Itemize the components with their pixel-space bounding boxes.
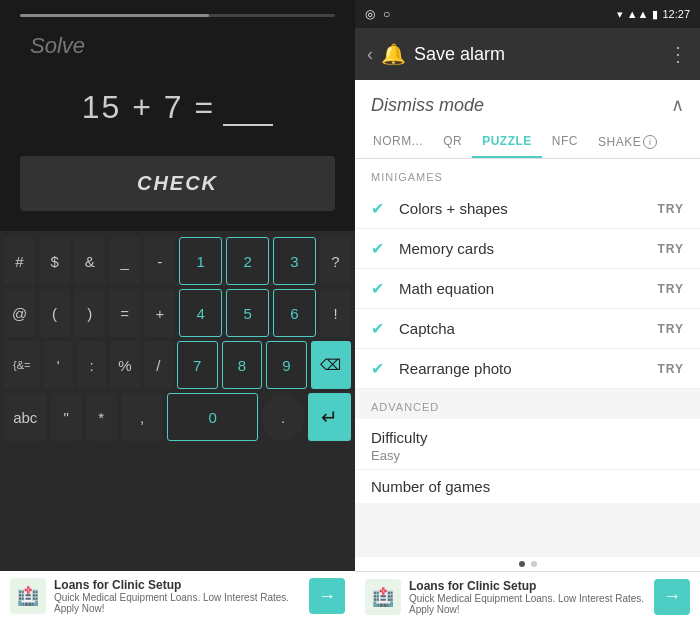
key-at[interactable]: @ bbox=[4, 289, 35, 337]
tab-nfc[interactable]: NFC bbox=[542, 126, 588, 158]
minigame-name-math: Math equation bbox=[399, 280, 657, 297]
minigame-row-rearrange: ✔ Rearrange photo TRY bbox=[355, 349, 700, 389]
key-enter[interactable]: ↵ bbox=[308, 393, 351, 441]
key-8[interactable]: 8 bbox=[222, 341, 263, 389]
key-5[interactable]: 5 bbox=[226, 289, 269, 337]
key-slash[interactable]: / bbox=[144, 341, 173, 389]
key-dot[interactable]: . bbox=[262, 393, 305, 441]
dot-2 bbox=[531, 561, 537, 567]
equation-text: 15 + 7 = bbox=[82, 89, 215, 126]
key-0[interactable]: 0 bbox=[167, 393, 257, 441]
time-display: 12:27 bbox=[662, 8, 690, 20]
key-amp[interactable]: & bbox=[74, 237, 105, 285]
key-3[interactable]: 3 bbox=[273, 237, 316, 285]
key-backspace[interactable]: ⌫ bbox=[311, 341, 351, 389]
right-panel: ◎ ○ ▾ ▲▲ ▮ 12:27 ‹ 🔔 Save alarm ⋮ Dismis… bbox=[355, 0, 700, 621]
key-7[interactable]: 7 bbox=[177, 341, 218, 389]
dismiss-section: Dismiss mode ∧ NORM... QR PUZZLE NFC SHA… bbox=[355, 80, 700, 389]
key-dollar[interactable]: $ bbox=[39, 237, 70, 285]
equation-input bbox=[223, 90, 273, 126]
dismiss-header: Dismiss mode ∧ bbox=[355, 80, 700, 126]
bell-icon: 🔔 bbox=[381, 42, 406, 66]
dismiss-title: Dismiss mode bbox=[371, 95, 484, 116]
check-icon-memory: ✔ bbox=[371, 239, 389, 258]
key-apostrophe[interactable]: ' bbox=[44, 341, 73, 389]
more-icon[interactable]: ⋮ bbox=[668, 42, 688, 66]
try-button-rearrange[interactable]: TRY bbox=[657, 362, 684, 376]
dot-1 bbox=[519, 561, 525, 567]
difficulty-row[interactable]: Difficulty Easy bbox=[355, 419, 700, 469]
key-bracket[interactable]: {&= bbox=[4, 341, 40, 389]
try-button-captcha[interactable]: TRY bbox=[657, 322, 684, 336]
status-bar: ◎ ○ ▾ ▲▲ ▮ 12:27 bbox=[355, 0, 700, 28]
ad-bar-right[interactable]: 🏥 Loans for Clinic Setup Quick Medical E… bbox=[355, 571, 700, 621]
check-icon-rearrange: ✔ bbox=[371, 359, 389, 378]
ad-title-left: Loans for Clinic Setup bbox=[54, 578, 301, 592]
key-quote[interactable]: " bbox=[51, 393, 82, 441]
key-rparen[interactable]: ) bbox=[74, 289, 105, 337]
key-4[interactable]: 4 bbox=[179, 289, 222, 337]
ad-bar-left[interactable]: 🏥 Loans for Clinic Setup Quick Medical E… bbox=[0, 571, 355, 621]
key-percent[interactable]: % bbox=[110, 341, 139, 389]
key-underscore[interactable]: _ bbox=[109, 237, 140, 285]
solve-label: Solve bbox=[0, 23, 355, 79]
ad-icon-right: 🏥 bbox=[365, 579, 401, 615]
num-games-title: Number of games bbox=[371, 478, 684, 495]
key-equals[interactable]: = bbox=[109, 289, 140, 337]
key-1[interactable]: 1 bbox=[179, 237, 222, 285]
key-2[interactable]: 2 bbox=[226, 237, 269, 285]
key-comma[interactable]: , bbox=[121, 393, 164, 441]
collapse-icon[interactable]: ∧ bbox=[671, 94, 684, 116]
check-button[interactable]: CHECK bbox=[20, 156, 335, 211]
minigame-name-memory: Memory cards bbox=[399, 240, 657, 257]
progress-bar-fill bbox=[20, 14, 209, 17]
ad-subtitle-right: Quick Medical Equipment Loans. Low Inter… bbox=[409, 593, 646, 615]
check-icon-captcha: ✔ bbox=[371, 319, 389, 338]
key-lparen[interactable]: ( bbox=[39, 289, 70, 337]
minigame-name-colors: Colors + shapes bbox=[399, 200, 657, 217]
key-colon[interactable]: : bbox=[77, 341, 106, 389]
difficulty-title: Difficulty bbox=[371, 429, 684, 446]
status-icon-1: ◎ bbox=[365, 7, 375, 21]
key-minus[interactable]: - bbox=[144, 237, 175, 285]
alarm-header: ‹ 🔔 Save alarm ⋮ bbox=[355, 28, 700, 80]
num-games-row[interactable]: Number of games bbox=[355, 469, 700, 503]
try-button-memory[interactable]: TRY bbox=[657, 242, 684, 256]
keyboard-row-4: abc " * , 0 . ↵ bbox=[4, 393, 351, 441]
ad-text-left: Loans for Clinic Setup Quick Medical Equ… bbox=[54, 578, 301, 614]
tab-norm[interactable]: NORM... bbox=[363, 126, 433, 158]
key-abc[interactable]: abc bbox=[4, 393, 47, 441]
check-icon-colors: ✔ bbox=[371, 199, 389, 218]
key-hash[interactable]: # bbox=[4, 237, 35, 285]
back-icon[interactable]: ‹ bbox=[367, 44, 373, 65]
ad-arrow-left[interactable]: → bbox=[309, 578, 345, 614]
status-left: ◎ ○ bbox=[365, 7, 390, 21]
tab-shake[interactable]: SHAKE i bbox=[588, 126, 667, 158]
key-plus[interactable]: + bbox=[144, 289, 175, 337]
try-button-math[interactable]: TRY bbox=[657, 282, 684, 296]
try-button-colors[interactable]: TRY bbox=[657, 202, 684, 216]
key-star[interactable]: * bbox=[86, 393, 117, 441]
equation-area: 15 + 7 = bbox=[0, 79, 355, 156]
tab-qr[interactable]: QR bbox=[433, 126, 472, 158]
key-6[interactable]: 6 bbox=[273, 289, 316, 337]
key-exclaim[interactable]: ! bbox=[320, 289, 351, 337]
dots-row bbox=[355, 557, 700, 571]
status-icon-2: ○ bbox=[383, 7, 390, 21]
ad-text-right: Loans for Clinic Setup Quick Medical Equ… bbox=[409, 579, 646, 615]
ad-subtitle-left: Quick Medical Equipment Loans. Low Inter… bbox=[54, 592, 301, 614]
minigame-name-captcha: Captcha bbox=[399, 320, 657, 337]
check-icon-math: ✔ bbox=[371, 279, 389, 298]
signal-icon: ▲▲ bbox=[627, 8, 649, 20]
key-question[interactable]: ? bbox=[320, 237, 351, 285]
progress-bar-container bbox=[0, 0, 355, 23]
key-9[interactable]: 9 bbox=[266, 341, 307, 389]
minigame-row-math: ✔ Math equation TRY bbox=[355, 269, 700, 309]
minigame-row-captcha: ✔ Captcha TRY bbox=[355, 309, 700, 349]
minigame-row-colors: ✔ Colors + shapes TRY bbox=[355, 189, 700, 229]
tab-puzzle[interactable]: PUZZLE bbox=[472, 126, 542, 158]
ad-arrow-right[interactable]: → bbox=[654, 579, 690, 615]
minigame-name-rearrange: Rearrange photo bbox=[399, 360, 657, 377]
wifi-icon: ▾ bbox=[617, 8, 623, 21]
battery-icon: ▮ bbox=[652, 8, 658, 21]
